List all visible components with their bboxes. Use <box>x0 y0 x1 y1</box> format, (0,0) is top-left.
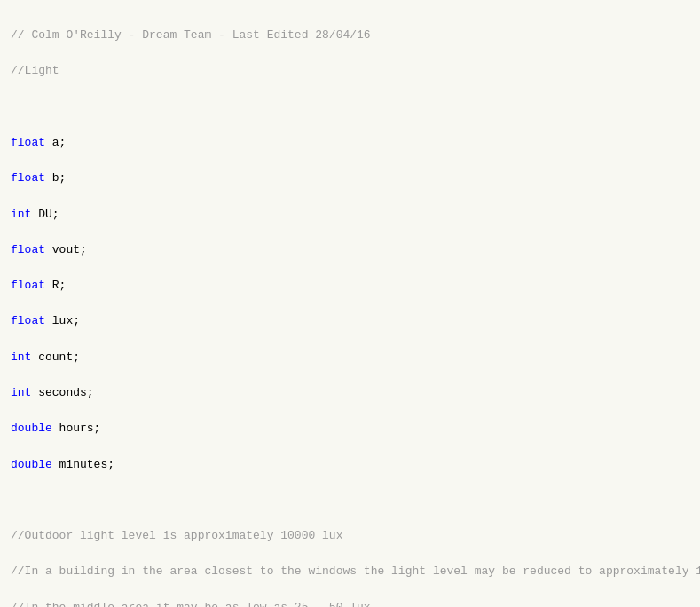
kw-float-b: float <box>11 171 45 185</box>
header-comment-1: // Colm O'Reilly - Dream Team - Last Edi… <box>11 28 371 42</box>
kw-int-du: int <box>11 208 31 221</box>
kw-float-vout: float <box>11 243 45 256</box>
comment-building: //In a building in the area closest to t… <box>11 564 700 578</box>
code-editor: // Colm O'Reilly - Dream Team - Last Edi… <box>11 9 689 607</box>
kw-float-lux: float <box>11 314 45 327</box>
comment-outdoor: //Outdoor light level is approximately 1… <box>11 529 342 542</box>
kw-int-count: int <box>11 351 31 364</box>
header-comment-2: //Light <box>11 64 59 77</box>
kw-float-r: float <box>11 279 45 292</box>
kw-double-hours: double <box>11 422 52 435</box>
kw-float-a: float <box>11 136 45 149</box>
comment-middle: //In the middle area it may be as low as… <box>11 601 371 607</box>
kw-int-seconds: int <box>11 386 31 399</box>
kw-double-minutes: double <box>11 458 52 471</box>
